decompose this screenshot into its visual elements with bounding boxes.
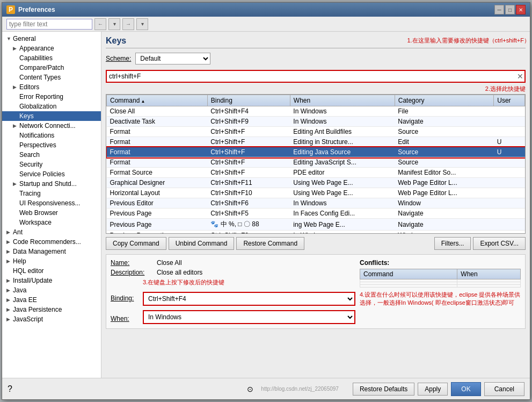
help-icon[interactable]: ? (8, 384, 12, 394)
sidebar-item-startup[interactable]: ▶ Startup and Shutd... (2, 179, 101, 189)
forward-button[interactable]: → (122, 18, 134, 30)
detail-left: Name: Close All Description: Close all e… (111, 259, 355, 324)
name-label: Name: (111, 259, 154, 267)
copy-command-button[interactable]: Copy Command (106, 237, 166, 250)
column-header-command[interactable]: Command (107, 95, 208, 106)
table-row[interactable]: Previous PerspectiveCtrl+Shift+F8In Wind… (107, 231, 525, 234)
sidebar-item-capabilities[interactable]: Capabilities (2, 53, 101, 63)
sidebar-item-content-types[interactable]: Content Types (2, 73, 101, 82)
unbind-command-button[interactable]: Unbind Command (169, 237, 235, 250)
sidebar-item-appearance[interactable]: ▶ Appearance (2, 44, 101, 53)
table-row[interactable]: Previous EditorCtrl+Shift+F6In WindowsWi… (107, 198, 525, 209)
minimize-button[interactable]: ─ (494, 5, 504, 15)
export-csv-button[interactable]: Export CSV... (473, 237, 526, 250)
sidebar-item-compare-patch[interactable]: Compare/Patch (2, 63, 101, 73)
table-cell-command: Format (107, 147, 208, 157)
sidebar-item-ui-responsiveness[interactable]: UI Responsiveness... (2, 198, 101, 208)
restore-defaults-button[interactable]: Restore Defaults (353, 383, 414, 396)
table-cell-binding: Ctrl+Shift+F8 (207, 231, 290, 234)
sidebar-item-web-browser[interactable]: Web Browser (2, 208, 101, 218)
sidebar-item-help[interactable]: ▶ Help (2, 256, 101, 266)
detail-right: Conflicts: Command When (360, 259, 521, 324)
sidebar-item-perspectives[interactable]: Perspectives (2, 140, 101, 150)
sidebar-item-globalization[interactable]: Globalization (2, 102, 101, 111)
sidebar-item-security[interactable]: Security (2, 160, 101, 169)
sidebar-item-code-recommenders[interactable]: ▶ Code Recommenders... (2, 237, 101, 247)
table-cell-when: ing Web Page E... (290, 219, 395, 231)
table-row[interactable]: FormatCtrl+Shift+FEditing Java SourceSou… (107, 147, 525, 157)
table-cell-category: Web Page Editor L... (395, 188, 494, 198)
close-button[interactable]: ✕ (516, 5, 526, 15)
maximize-button[interactable]: □ (505, 5, 515, 15)
annotation-3: 3.在键盘上按下修改后的快捷键 (143, 278, 355, 286)
sidebar-item-general[interactable]: ▼ General (2, 34, 101, 44)
sidebar-item-javascript[interactable]: ▶ JavaScript (2, 314, 101, 324)
sidebar-item-tracing[interactable]: Tracing (2, 189, 101, 198)
table-row[interactable]: Previous Page🐾 中 %, □ 〇 88ing Web Page E… (107, 219, 525, 231)
expand-arrow-icon: ▶ (6, 297, 13, 303)
scheme-select[interactable]: Default (135, 53, 210, 64)
sidebar-item-java[interactable]: ▶ Java (2, 285, 101, 295)
sidebar-item-ant[interactable]: ▶ Ant (2, 227, 101, 237)
sidebar-item-install-update[interactable]: ▶ Install/Update (2, 276, 101, 285)
column-header-binding[interactable]: Binding (207, 95, 290, 106)
table-cell-user: U (494, 137, 525, 147)
sidebar-item-hql-editor[interactable]: HQL editor (2, 266, 101, 276)
table-cell-command: Previous Page (107, 219, 208, 231)
table-cell-when: Editing Java Source (290, 147, 395, 157)
clear-filter-icon[interactable]: ✕ (517, 72, 523, 81)
column-header-user[interactable]: User (494, 95, 525, 106)
table-cell-user (494, 106, 525, 117)
table-row[interactable]: Graphical DesignerCtrl+Shift+F11Using We… (107, 178, 525, 188)
table-row[interactable]: Previous PageCtrl+Shift+F5In Faces Confi… (107, 209, 525, 219)
table-cell-command: Deactivate Task (107, 117, 208, 127)
column-header-category[interactable]: Category (395, 95, 494, 106)
when-label: When: (111, 315, 143, 322)
table-row[interactable]: FormatCtrl+Shift+FEditing in Structure..… (107, 137, 525, 147)
cancel-button[interactable]: Cancel (484, 382, 524, 396)
expand-arrow-icon: ▶ (6, 278, 13, 283)
sidebar-item-notifications[interactable]: Notifications (2, 131, 101, 140)
filter-input[interactable] (106, 70, 526, 83)
when-select[interactable]: In Windows (143, 310, 355, 324)
expand-arrow-icon: ▶ (6, 259, 13, 264)
column-header-when[interactable]: When (290, 95, 395, 106)
table-cell-binding: Ctrl+Shift+F (207, 157, 290, 168)
apply-button[interactable]: Apply (418, 383, 448, 396)
sidebar-item-error-reporting[interactable]: Error Reporting (2, 92, 101, 102)
forward-dropdown-button[interactable]: ▾ (108, 18, 120, 30)
table-cell-binding: Ctrl+Shift+F (207, 127, 290, 137)
detail-panel: Name: Close All Description: Close all e… (106, 254, 526, 329)
table-cell-category: Window (395, 198, 494, 209)
filters-button[interactable]: Filters... (434, 237, 471, 250)
sidebar-item-java-persistence[interactable]: ▶ Java Persistence (2, 305, 101, 314)
ok-button[interactable]: OK (451, 382, 480, 396)
sidebar-item-keys[interactable]: Keys (2, 111, 101, 121)
binding-label: Binding: (111, 295, 143, 302)
sidebar-item-search[interactable]: Search (2, 150, 101, 160)
title-bar: P Preferences ─ □ ✕ (2, 3, 530, 17)
restore-command-button[interactable]: Restore Command (236, 237, 304, 250)
search-input[interactable] (6, 19, 92, 30)
binding-select[interactable]: Ctrl+Shift+F4 (143, 292, 355, 306)
sidebar-item-java-ee[interactable]: ▶ Java EE (2, 295, 101, 305)
prefs-icon[interactable]: ⊙ (247, 385, 253, 393)
history-dropdown-button[interactable]: ▾ (136, 18, 148, 30)
table-row[interactable]: FormatCtrl+Shift+FEditing Ant Buildfiles… (107, 127, 525, 137)
table-row[interactable]: FormatCtrl+Shift+FEditing JavaScript S..… (107, 157, 525, 168)
sidebar-item-data-management[interactable]: ▶ Data Management (2, 247, 101, 256)
command-buttons-row: Copy Command Unbind Command Restore Comm… (106, 237, 526, 250)
table-cell-when: In Faces Config Edi... (290, 209, 395, 219)
expand-arrow-icon: ▼ (6, 36, 13, 41)
name-value: Close All (157, 259, 182, 267)
table-cell-command: Graphical Designer (107, 178, 208, 188)
table-row[interactable]: Close AllCtrl+Shift+F4In WindowsFile (107, 106, 525, 117)
table-row[interactable]: Format SourceCtrl+Shift+FPDE editorManif… (107, 168, 525, 178)
back-button[interactable]: ← (94, 18, 106, 30)
table-row[interactable]: Deactivate TaskCtrl+Shift+F9In WindowsNa… (107, 117, 525, 127)
sidebar-item-network[interactable]: ▶ Network Connecti... (2, 121, 101, 131)
table-row[interactable]: Horizontal LayoutCtrl+Shift+F10Using Web… (107, 188, 525, 198)
sidebar-item-service-policies[interactable]: Service Policies (2, 169, 101, 179)
sidebar-item-editors[interactable]: ▶ Editors (2, 82, 101, 92)
sidebar-item-workspace[interactable]: Workspace (2, 218, 101, 227)
